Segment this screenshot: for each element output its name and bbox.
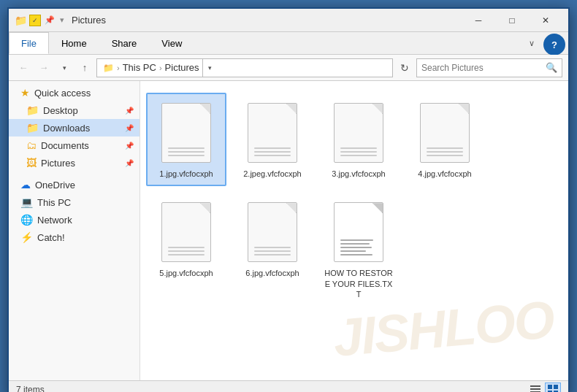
file-item-5jpg[interactable]: 5.jpg.vfcfocxph — [146, 192, 226, 307]
back-button[interactable]: ← — [15, 59, 32, 77]
address-bar: ← → ▾ ↑ 📁 › This PC › Pictures ▾ ↻ 🔍 — [9, 55, 568, 81]
title-dropdown-icon[interactable]: ▾ — [60, 15, 64, 25]
file-page-1 — [161, 103, 211, 163]
file-icon-5 — [157, 199, 215, 265]
folder-icon-desktop: 📁 — [26, 104, 39, 116]
line — [254, 250, 291, 252]
file-item-howto[interactable]: HOW TO RESTORE YOUR FILES.TXT — [318, 192, 399, 307]
forward-button[interactable]: → — [35, 59, 53, 77]
address-dropdown-arrow[interactable]: ▾ — [202, 58, 217, 77]
sidebar-item-downloads[interactable]: 📁 Downloads 📌 — [9, 119, 140, 137]
file-corner-5 — [200, 203, 210, 213]
path-folder-icon: 📁 — [103, 63, 114, 73]
path-pictures[interactable]: Pictures — [165, 62, 199, 73]
file-lines-7 — [340, 239, 377, 255]
file-item-4jpg[interactable]: 4.jpg.vfcfocxph — [405, 93, 485, 186]
file-corner-4 — [459, 104, 469, 114]
sidebar-label-thispc: This PC — [37, 197, 71, 208]
file-item-6jpg[interactable]: 6.jpg.vfcfocxph — [232, 192, 313, 307]
tab-view[interactable]: View — [149, 32, 194, 54]
pc-icon: 💻 — [20, 196, 33, 208]
sidebar-item-thispc[interactable]: 💻 This PC — [9, 193, 140, 211]
grid-view-icon — [548, 385, 558, 393]
line — [168, 247, 205, 248]
quick-access-header[interactable]: ★ Quick access — [9, 84, 140, 101]
path-thispc[interactable]: This PC — [123, 62, 156, 73]
file-corner-6 — [286, 203, 297, 213]
tab-file[interactable]: File — [9, 32, 49, 54]
line — [254, 254, 291, 255]
quick-access-label: Quick access — [34, 88, 91, 99]
svg-rect-4 — [554, 385, 558, 389]
line — [254, 147, 291, 149]
address-path[interactable]: 📁 › This PC › Pictures ▾ — [96, 58, 393, 77]
file-lines-4 — [427, 147, 463, 156]
catch-icon: ⚡ — [20, 231, 33, 243]
grid-view-button[interactable] — [545, 383, 561, 393]
ribbon-expand-button[interactable]: ∨ — [523, 32, 540, 54]
svg-rect-0 — [530, 385, 540, 387]
status-bar: 7 items — [9, 380, 568, 392]
refresh-button[interactable]: ↻ — [396, 59, 413, 77]
file-page-3 — [334, 103, 383, 163]
file-corner-7 — [372, 203, 383, 213]
line — [168, 254, 205, 255]
up-button[interactable]: ↑ — [76, 59, 93, 77]
file-name-3: 3.jpg.vfcfocxph — [332, 169, 385, 179]
sidebar-item-network[interactable]: 🌐 Network — [9, 211, 140, 228]
sidebar-item-catch[interactable]: ⚡ Catch! — [9, 228, 140, 246]
sidebar-item-onedrive[interactable]: ☁ OneDrive — [9, 176, 140, 193]
file-lines-5 — [168, 247, 205, 255]
window-title: Pictures — [69, 15, 462, 26]
file-name-2: 2.jpeg.vfcfocxph — [243, 169, 302, 179]
sidebar-label-network: Network — [37, 215, 72, 226]
file-page-4 — [420, 103, 470, 163]
file-icon-2 — [243, 100, 302, 166]
file-item-3jpg[interactable]: 3.jpg.vfcfocxph — [318, 93, 399, 186]
sidebar-label-pictures: Pictures — [41, 158, 75, 169]
file-name-4: 4.jpg.vfcfocxph — [418, 169, 471, 179]
sidebar: ★ Quick access 📁 Desktop 📌 📁 Downloads 📌… — [9, 81, 140, 380]
search-input[interactable] — [421, 63, 543, 73]
file-area: JISHLOO 1.jpg.vfcfoc — [140, 81, 568, 380]
sidebar-item-documents[interactable]: 🗂 Documents 📌 — [9, 137, 140, 154]
title-bar-controls: ─ □ ✕ — [462, 9, 562, 32]
check-icon: ✓ — [29, 15, 41, 26]
dropdown-history-button[interactable]: ▾ — [56, 59, 73, 77]
file-icon-6 — [243, 199, 302, 265]
file-icon-7 — [329, 199, 388, 265]
close-button[interactable]: ✕ — [529, 9, 562, 32]
file-icon-4 — [416, 100, 474, 166]
pin-icon: 📌 — [44, 15, 56, 26]
file-lines-6 — [254, 247, 291, 255]
search-icon[interactable]: 🔍 — [546, 62, 557, 73]
file-lines-1 — [168, 147, 205, 156]
ribbon-tabs: File Home Share View ∨ ? — [9, 32, 568, 54]
maximize-button[interactable]: □ — [495, 9, 529, 32]
file-page-2 — [248, 103, 297, 163]
list-view-icon — [530, 385, 540, 393]
file-explorer-window: 📁 ✓ 📌 ▾ Pictures ─ □ ✕ File Home Share V… — [7, 7, 570, 392]
list-view-button[interactable] — [527, 383, 543, 393]
sidebar-label-downloads: Downloads — [43, 123, 90, 134]
line — [340, 151, 377, 153]
sidebar-label-onedrive: OneDrive — [35, 180, 75, 191]
line — [168, 155, 205, 156]
tab-share[interactable]: Share — [99, 32, 150, 54]
search-box[interactable]: 🔍 — [416, 58, 562, 77]
file-item-1jpg[interactable]: 1.jpg.vfcfocxph — [146, 93, 226, 186]
file-item-2jpeg[interactable]: 2.jpeg.vfcfocxph — [232, 93, 313, 186]
file-name-7: HOW TO RESTORE YOUR FILES.TXT — [323, 268, 394, 299]
ribbon: File Home Share View ∨ ? — [9, 32, 568, 55]
tab-home[interactable]: Home — [49, 32, 99, 54]
path-sep1: › — [117, 64, 120, 72]
line — [340, 247, 372, 248]
files-grid: 1.jpg.vfcfocxph 2. — [140, 81, 568, 318]
help-button[interactable]: ? — [543, 34, 565, 55]
sidebar-item-pictures[interactable]: 🖼 Pictures 📌 — [9, 154, 140, 172]
path-sep2: › — [159, 64, 162, 72]
cloud-icon: ☁ — [20, 179, 31, 191]
line — [340, 239, 373, 241]
minimize-button[interactable]: ─ — [462, 9, 495, 32]
sidebar-item-desktop[interactable]: 📁 Desktop 📌 — [9, 101, 140, 119]
